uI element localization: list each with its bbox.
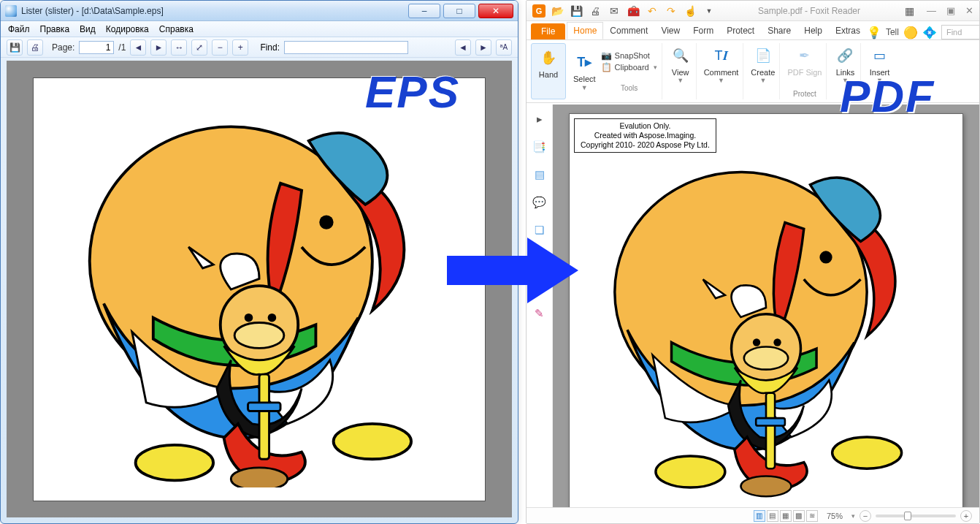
hand-label: Hand	[539, 70, 558, 79]
menu-help[interactable]: Справка	[159, 24, 194, 34]
zoom-out-icon[interactable]: −	[860, 510, 871, 522]
save-icon[interactable]: 💾	[569, 4, 583, 18]
snapshot-label: SnapShot	[615, 51, 650, 60]
maximize-button[interactable]: □	[443, 4, 475, 18]
menu-view[interactable]: Вид	[80, 24, 96, 34]
foxit-logo-icon: G	[532, 4, 545, 18]
undo-icon[interactable]: ↶	[645, 4, 659, 18]
find-next-icon[interactable]: ►	[475, 39, 491, 56]
tab-file[interactable]: File	[531, 23, 565, 39]
reflow-icon[interactable]: ≋	[806, 510, 818, 522]
lister-canvas[interactable]	[7, 61, 512, 517]
continuous-icon[interactable]: ▤	[767, 510, 778, 522]
find-label: Find:	[260, 42, 280, 53]
zoom-in-icon[interactable]: +	[960, 510, 972, 522]
clipboard-button[interactable]: 📋 Clipboard ▾	[602, 62, 657, 72]
eval-line1: Evalution Only.	[581, 121, 710, 131]
find-prev-icon[interactable]: ◄	[455, 39, 471, 56]
tab-help[interactable]: Help	[797, 22, 829, 39]
find-input[interactable]	[284, 41, 408, 54]
svg-point-7	[334, 423, 411, 458]
skin-icon[interactable]: ▦	[902, 4, 916, 18]
expand-icon[interactable]: ▸	[532, 112, 547, 126]
ribbon-pdfsign[interactable]: ✒ PDF Sign Protect	[783, 43, 827, 99]
zoom-slider[interactable]	[876, 514, 956, 517]
page-label: Page:	[52, 42, 74, 53]
notify1-icon[interactable]: 🟡	[903, 26, 918, 39]
save-icon[interactable]: 💾	[7, 39, 23, 56]
tab-view[interactable]: View	[654, 22, 686, 39]
svg-point-16	[773, 338, 781, 346]
text-icon: T𝑰	[715, 48, 728, 64]
facing-icon[interactable]: ▦	[780, 510, 792, 522]
redo-icon[interactable]: ↷	[664, 4, 678, 18]
fit-width-icon[interactable]: ↔	[171, 39, 187, 56]
minimize-button[interactable]: –	[408, 4, 440, 18]
view-label: View	[672, 68, 689, 77]
ribbon-tabs: File Home Comment View Form Protect Shar…	[527, 21, 979, 40]
tab-share[interactable]: Share	[761, 22, 797, 39]
tools-icon[interactable]: 🧰	[626, 4, 640, 18]
select-label[interactable]: Select	[573, 75, 596, 83]
ribbon-create[interactable]: 📄 Create ▼	[746, 43, 780, 99]
svg-point-8	[231, 467, 287, 487]
lightbulb-icon[interactable]: 💡	[867, 26, 881, 39]
ribbon-view[interactable]: 🔍 View ▼	[665, 43, 697, 99]
menu-file[interactable]: Файл	[8, 24, 30, 34]
find-box[interactable]: Find	[941, 25, 980, 39]
svg-point-5	[268, 313, 277, 322]
restore-button[interactable]: ▣	[946, 5, 955, 16]
app-icon	[5, 5, 17, 17]
tab-comment[interactable]: Comment	[603, 22, 654, 39]
cartoon-image	[577, 134, 955, 500]
tab-home[interactable]: Home	[567, 22, 603, 39]
eps-overlay-label: EPS	[365, 66, 460, 118]
svg-point-12	[819, 251, 832, 263]
camera-icon: 📷	[602, 50, 612, 61]
svg-point-4	[245, 313, 253, 322]
tab-protect[interactable]: Protect	[720, 22, 761, 39]
next-page-icon[interactable]: ►	[150, 39, 166, 56]
ribbon-hand[interactable]: ✋ Hand	[531, 43, 566, 99]
touch-icon[interactable]: ☝	[683, 4, 697, 18]
pdf-page: Evalution Only. Created with Aspose.Imag…	[569, 113, 963, 508]
snapshot-button[interactable]: 📷 SnapShot	[602, 50, 657, 61]
lister-titlebar[interactable]: Lister (slister) - [d:\Data\Sample.eps] …	[1, 1, 518, 21]
menu-encoding[interactable]: Кодировка	[106, 24, 149, 34]
svg-point-19	[740, 476, 791, 497]
view-mode-toggle[interactable]: ▥ ▤ ▦ ▩ ≋	[754, 510, 818, 522]
single-page-icon[interactable]: ▥	[754, 510, 765, 522]
pages-icon[interactable]: ▤	[532, 167, 547, 182]
open-icon[interactable]: 📂	[550, 4, 564, 18]
status-bar: ▥ ▤ ▦ ▩ ≋ 75% ▾ − +	[527, 507, 979, 523]
tab-extras[interactable]: Extras	[829, 22, 867, 39]
text-size-icon[interactable]: ªA	[496, 39, 512, 56]
zoom-in-icon[interactable]: +	[232, 39, 248, 56]
menu-edit[interactable]: Правка	[40, 24, 70, 34]
qat-dropdown-icon[interactable]: ▼	[702, 4, 716, 18]
ribbon-comment[interactable]: T𝑰 Comment ▼	[700, 43, 744, 99]
print-icon[interactable]: 🖨	[588, 4, 602, 18]
svg-rect-21	[756, 418, 785, 425]
insert-icon: ▭	[873, 48, 886, 64]
email-icon[interactable]: ✉	[607, 4, 621, 18]
signatures-icon[interactable]: ✎	[532, 306, 547, 321]
close-button[interactable]: ✕	[478, 4, 513, 18]
close-button[interactable]: ✕	[965, 5, 973, 16]
bookmark-icon[interactable]: 📑	[532, 140, 547, 154]
foxit-canvas[interactable]: Evalution Only. Created with Aspose.Imag…	[553, 105, 979, 507]
minimize-button[interactable]: —	[927, 5, 936, 16]
conversion-arrow-icon	[447, 234, 578, 307]
fit-page-icon[interactable]: ⤢	[191, 39, 207, 56]
notify2-icon[interactable]: 💠	[922, 26, 937, 39]
page-input[interactable]	[79, 41, 114, 54]
svg-point-1	[319, 215, 333, 229]
zoom-out-icon[interactable]: −	[212, 39, 228, 56]
tab-form[interactable]: Form	[686, 22, 720, 39]
tell-label[interactable]: Tell	[886, 27, 899, 37]
prev-page-icon[interactable]: ◄	[130, 39, 146, 56]
print-icon[interactable]: 🖨	[27, 39, 43, 56]
comments-icon[interactable]: 💬	[532, 195, 547, 210]
ribbon-select-group: T▸ Select ▼ 📷 SnapShot 📋 Clipboard ▾ Too…	[569, 43, 662, 99]
cont-facing-icon[interactable]: ▩	[793, 510, 805, 522]
